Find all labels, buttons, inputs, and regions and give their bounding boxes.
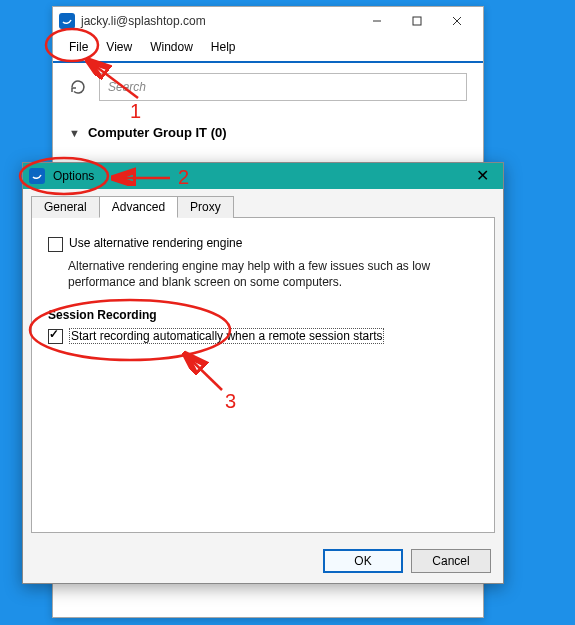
menu-view[interactable]: View <box>104 39 134 55</box>
window-title: jacky.li@splashtop.com <box>81 14 357 28</box>
minimize-button[interactable] <box>357 7 397 35</box>
computer-group-label: Computer Group IT (0) <box>88 125 227 140</box>
menu-help[interactable]: Help <box>209 39 238 55</box>
svg-rect-2 <box>413 17 421 25</box>
cancel-button[interactable]: Cancel <box>411 549 491 573</box>
main-content: Search ▼ Computer Group IT (0) <box>53 63 483 150</box>
menubar: File View Window Help <box>53 35 483 63</box>
dialog-titlebar: Options ✕ <box>23 163 503 189</box>
tab-advanced[interactable]: Advanced <box>99 196 178 218</box>
session-recording-heading: Session Recording <box>48 308 478 322</box>
ok-button[interactable]: OK <box>323 549 403 573</box>
menu-window[interactable]: Window <box>148 39 195 55</box>
dialog-close-button[interactable]: ✕ <box>467 168 497 184</box>
app-icon <box>59 13 75 29</box>
search-input[interactable]: Search <box>99 73 467 101</box>
alt-render-checkbox[interactable] <box>48 237 63 252</box>
titlebar: jacky.li@splashtop.com <box>53 7 483 35</box>
alt-render-label: Use alternative rendering engine <box>69 236 242 250</box>
search-placeholder: Search <box>108 80 146 94</box>
close-button[interactable] <box>437 7 477 35</box>
svg-point-0 <box>60 14 74 28</box>
tabstrip: General Advanced Proxy <box>31 195 503 217</box>
tab-panel-advanced: Use alternative rendering engine Alterna… <box>31 217 495 533</box>
tab-general[interactable]: General <box>31 196 100 218</box>
auto-record-label: Start recording automatically when a rem… <box>69 328 384 344</box>
refresh-icon[interactable] <box>69 78 87 96</box>
menu-file[interactable]: File <box>67 39 90 55</box>
alt-render-hint: Alternative rendering engine may help wi… <box>68 258 478 290</box>
maximize-button[interactable] <box>397 7 437 35</box>
options-dialog: Options ✕ General Advanced Proxy Use alt… <box>22 162 504 584</box>
computer-group-row[interactable]: ▼ Computer Group IT (0) <box>69 125 467 140</box>
svg-point-5 <box>30 169 44 183</box>
app-icon <box>29 168 45 184</box>
disclosure-triangle-icon: ▼ <box>69 127 80 139</box>
dialog-title: Options <box>53 169 467 183</box>
tab-proxy[interactable]: Proxy <box>177 196 234 218</box>
auto-record-checkbox[interactable] <box>48 329 63 344</box>
dialog-button-row: OK Cancel <box>323 549 491 573</box>
